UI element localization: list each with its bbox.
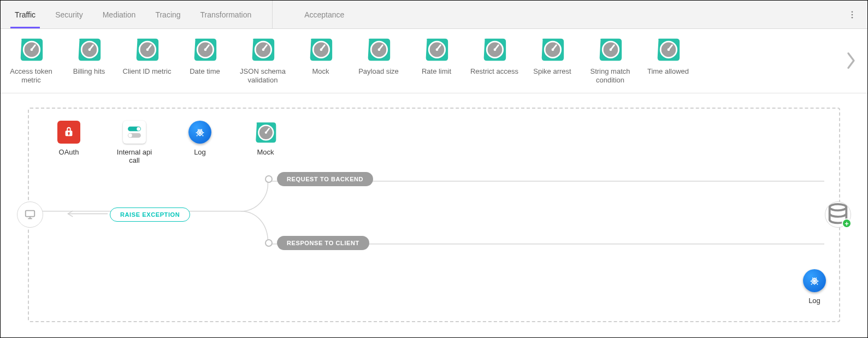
policy-palette: Access token metric Billing hits Client … bbox=[1, 29, 867, 93]
svg-point-14 bbox=[204, 49, 207, 51]
palette-item-label: Spike arrest bbox=[533, 67, 571, 76]
palette-item-client-id-metric[interactable]: Client ID metric bbox=[121, 37, 173, 76]
palette-item-payload-size[interactable]: Payload size bbox=[352, 37, 405, 76]
tab-label: Acceptance bbox=[304, 10, 344, 19]
gauge-icon bbox=[482, 37, 507, 62]
svg-point-11 bbox=[146, 49, 149, 51]
svg-point-43 bbox=[830, 204, 847, 211]
policy-log-response[interactable]: Log bbox=[803, 269, 826, 305]
tab-acceptance[interactable]: Acceptance bbox=[294, 1, 354, 28]
palette-next-button[interactable] bbox=[841, 49, 861, 73]
tab-label: Security bbox=[55, 10, 83, 19]
palette-item-label: Restrict access bbox=[470, 67, 518, 76]
monitor-icon bbox=[23, 209, 37, 221]
policy-label: OAuth bbox=[59, 148, 79, 156]
palette-item-string-match-condition[interactable]: String match condition bbox=[584, 37, 636, 85]
response-dot bbox=[265, 239, 273, 247]
svg-point-1 bbox=[852, 14, 853, 15]
svg-point-45 bbox=[137, 127, 140, 131]
gauge-icon bbox=[540, 37, 565, 62]
add-backend-button[interactable]: + bbox=[825, 201, 851, 228]
policy-mock[interactable]: Mock bbox=[244, 121, 287, 164]
oauth-icon bbox=[57, 121, 80, 144]
tab-group-secondary: Acceptance bbox=[272, 1, 354, 28]
response-to-client-pill[interactable]: RESPONSE TO CLIENT bbox=[277, 236, 369, 250]
palette-item-label: Mock bbox=[312, 67, 329, 76]
palette-item-label: JSON schema validation bbox=[237, 67, 289, 85]
tab-label: Mediation bbox=[103, 10, 136, 19]
svg-point-38 bbox=[668, 49, 670, 51]
policy-label: Mock bbox=[257, 148, 274, 156]
palette-item-label: Access token metric bbox=[5, 67, 57, 85]
palette-item-label: Client ID metric bbox=[123, 67, 172, 76]
more-vertical-icon bbox=[847, 10, 857, 20]
svg-point-8 bbox=[88, 49, 91, 51]
svg-point-29 bbox=[494, 49, 497, 51]
palette-item-restrict-access[interactable]: Restrict access bbox=[468, 37, 521, 76]
bug-icon bbox=[188, 121, 211, 144]
pill-label: RAISE EXCEPTION bbox=[120, 211, 180, 218]
policy-log[interactable]: Log bbox=[179, 121, 221, 164]
tab-label: Traffic bbox=[15, 10, 36, 19]
request-to-backend-pill[interactable]: REQUEST TO BACKEND bbox=[277, 172, 373, 186]
svg-point-26 bbox=[436, 49, 439, 51]
tab-security[interactable]: Security bbox=[45, 1, 93, 28]
palette-item-label: Date time bbox=[190, 67, 220, 76]
client-endpoint[interactable] bbox=[17, 201, 43, 228]
policy-internal-api-call[interactable]: Internal api call bbox=[113, 121, 156, 164]
gauge-icon bbox=[250, 37, 275, 62]
gauge-icon bbox=[76, 37, 102, 62]
svg-point-17 bbox=[262, 49, 265, 51]
palette-item-json-schema-validation[interactable]: JSON schema validation bbox=[237, 37, 289, 85]
palette-item-access-token-metric[interactable]: Access token metric bbox=[5, 37, 57, 85]
palette-item-date-time[interactable]: Date time bbox=[179, 37, 231, 76]
tab-transformation[interactable]: Transformation bbox=[191, 1, 262, 28]
palette-item-billing-hits[interactable]: Billing hits bbox=[63, 37, 115, 76]
gauge-icon bbox=[254, 121, 277, 144]
svg-point-47 bbox=[128, 133, 132, 137]
gauge-icon bbox=[598, 37, 623, 62]
svg-point-5 bbox=[31, 49, 33, 51]
plus-icon: + bbox=[842, 218, 852, 228]
gauge-icon bbox=[424, 37, 449, 62]
chevron-right-icon bbox=[846, 51, 857, 70]
flow-canvas[interactable]: RAISE EXCEPTION REQUEST TO BACKEND RESPO… bbox=[1, 93, 867, 336]
svg-point-35 bbox=[610, 49, 612, 51]
request-dot bbox=[265, 175, 273, 183]
more-menu-button[interactable] bbox=[841, 1, 863, 28]
tab-group-primary: Traffic Security Mediation Tracing Trans… bbox=[5, 1, 261, 28]
raise-exception-pill[interactable]: RAISE EXCEPTION bbox=[110, 207, 190, 222]
policy-label: Log bbox=[194, 148, 206, 156]
palette-item-label: String match condition bbox=[584, 67, 636, 85]
palette-item-label: Time allowed bbox=[647, 67, 689, 76]
policy-oauth[interactable]: OAuth bbox=[48, 121, 90, 164]
svg-point-23 bbox=[378, 49, 381, 51]
gauge-icon bbox=[134, 37, 160, 62]
tab-mediation[interactable]: Mediation bbox=[93, 1, 146, 28]
gauge-icon bbox=[19, 37, 44, 62]
svg-point-32 bbox=[552, 49, 554, 51]
tab-tracing[interactable]: Tracing bbox=[145, 1, 190, 28]
svg-point-0 bbox=[852, 11, 853, 13]
palette-item-time-allowed[interactable]: Time allowed bbox=[642, 37, 694, 76]
pill-label: REQUEST TO BACKEND bbox=[287, 176, 363, 182]
palette-item-rate-limit[interactable]: Rate limit bbox=[410, 37, 463, 76]
request-policies: OAuth Internal api call Log Mock bbox=[48, 121, 287, 164]
pill-label: RESPONSE TO CLIENT bbox=[287, 240, 359, 246]
gauge-icon bbox=[656, 37, 681, 62]
palette-item-mock[interactable]: Mock bbox=[294, 37, 347, 76]
svg-point-2 bbox=[852, 16, 853, 18]
palette-item-spike-arrest[interactable]: Spike arrest bbox=[526, 37, 578, 76]
tab-traffic[interactable]: Traffic bbox=[5, 1, 45, 28]
policy-label: Internal api call bbox=[113, 148, 156, 164]
arrow-left-icon bbox=[65, 210, 109, 218]
svg-rect-39 bbox=[26, 211, 35, 217]
bug-icon bbox=[803, 269, 826, 292]
tab-bar: Traffic Security Mediation Tracing Trans… bbox=[1, 1, 867, 29]
palette-item-label: Rate limit bbox=[422, 67, 451, 76]
svg-point-54 bbox=[265, 131, 267, 133]
policy-label: Log bbox=[808, 297, 820, 305]
tab-label: Tracing bbox=[155, 10, 180, 19]
palette-item-label: Billing hits bbox=[73, 67, 105, 76]
tab-label: Transformation bbox=[200, 10, 252, 19]
